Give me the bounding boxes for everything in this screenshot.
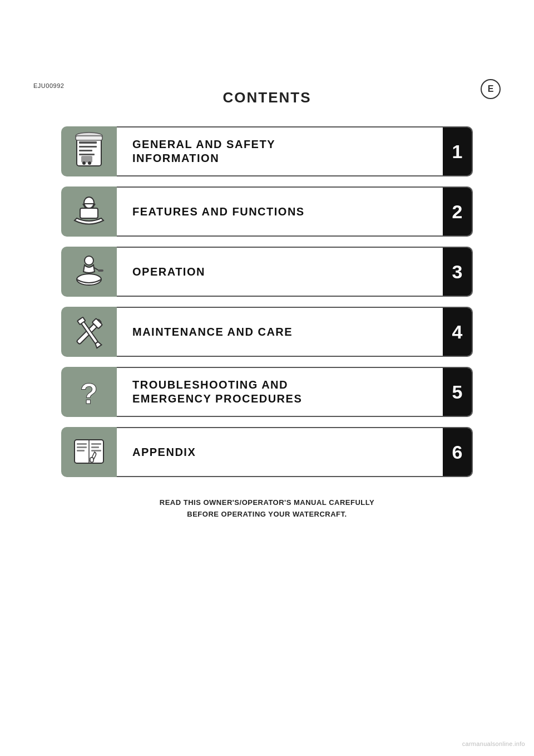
svg-rect-1	[79, 141, 97, 144]
page: EJU00992 E CONTENTS GENERAL AND SAFETYIN…	[0, 0, 534, 756]
toc-label-appendix: APPENDIX	[132, 445, 196, 459]
watermark: carmanualsonline.info	[462, 740, 525, 747]
toc-label-box-appendix: APPENDIX 6	[117, 427, 473, 477]
toc-item-features-functions[interactable]: FEATURES AND FUNCTIONS 2	[61, 186, 473, 237]
toc-label-box-features-functions: FEATURES AND FUNCTIONS 2	[117, 186, 473, 237]
svg-rect-3	[79, 150, 92, 151]
toc-item-operation[interactable]: OPERATION 3	[61, 247, 473, 297]
question-icon: ?	[61, 367, 117, 417]
footer-line1: READ THIS OWNER'S/OPERATOR'S MANUAL CARE…	[160, 497, 374, 509]
toc-label-box-troubleshooting: TROUBLESHOOTING ANDEMERGENCY PROCEDURES …	[117, 367, 473, 417]
svg-rect-32	[91, 450, 101, 451]
page-title: CONTENTS	[223, 89, 312, 106]
appendix-icon	[61, 427, 117, 477]
svg-rect-7	[81, 156, 92, 163]
operation-icon	[61, 247, 117, 297]
features-icon	[61, 186, 117, 237]
svg-rect-28	[77, 446, 87, 448]
svg-point-9	[88, 161, 91, 165]
svg-rect-6	[76, 136, 102, 140]
toc-label-box-operation: OPERATION 3	[117, 247, 473, 297]
svg-point-8	[82, 161, 86, 165]
toc-number-features-functions: 2	[443, 188, 472, 235]
toc-label-maintenance-care: MAINTENANCE AND CARE	[132, 325, 293, 339]
toc-label-features-functions: FEATURES AND FUNCTIONS	[132, 205, 305, 219]
toc-item-appendix[interactable]: APPENDIX 6	[61, 427, 473, 477]
toc-label-box-general-safety: GENERAL AND SAFETYINFORMATION 1	[117, 126, 473, 176]
toc-number-maintenance-care: 4	[443, 308, 472, 356]
manual-icon	[61, 126, 117, 176]
svg-rect-30	[91, 443, 101, 445]
svg-rect-33	[90, 458, 93, 462]
toc-item-troubleshooting[interactable]: ? TROUBLESHOOTING ANDEMERGENCY PROCEDURE…	[61, 367, 473, 417]
toc-label-operation: OPERATION	[132, 265, 205, 279]
toc-item-general-safety[interactable]: GENERAL AND SAFETYINFORMATION 1	[61, 126, 473, 176]
svg-rect-31	[91, 446, 99, 448]
toc-number-operation: 3	[443, 248, 472, 296]
svg-rect-4	[79, 154, 95, 155]
toc-number-appendix: 6	[443, 428, 472, 476]
svg-rect-2	[79, 146, 97, 148]
svg-rect-18	[98, 269, 103, 272]
svg-rect-11	[80, 208, 98, 218]
toc-label-troubleshooting: TROUBLESHOOTING ANDEMERGENCY PROCEDURES	[132, 378, 302, 406]
toc-number-troubleshooting: 5	[443, 368, 472, 416]
footer-note: READ THIS OWNER'S/OPERATOR'S MANUAL CARE…	[160, 497, 374, 521]
svg-point-15	[85, 256, 93, 265]
toc-label-box-maintenance-care: MAINTENANCE AND CARE 4	[117, 307, 473, 357]
footer-line2: BEFORE OPERATING YOUR WATERCRAFT.	[160, 509, 374, 521]
svg-rect-29	[77, 450, 85, 451]
svg-rect-27	[77, 443, 87, 445]
doc-id: EJU00992	[33, 82, 64, 89]
toc-item-maintenance-care[interactable]: MAINTENANCE AND CARE 4	[61, 307, 473, 357]
toc-number-general-safety: 1	[443, 127, 472, 175]
tools-icon	[61, 307, 117, 357]
svg-point-10	[84, 197, 94, 208]
toc-list: GENERAL AND SAFETYINFORMATION 1 FEATURES…	[61, 126, 473, 477]
toc-label-general-safety: GENERAL AND SAFETYINFORMATION	[132, 138, 275, 165]
svg-text:?: ?	[80, 377, 98, 410]
lang-badge: E	[481, 79, 501, 99]
